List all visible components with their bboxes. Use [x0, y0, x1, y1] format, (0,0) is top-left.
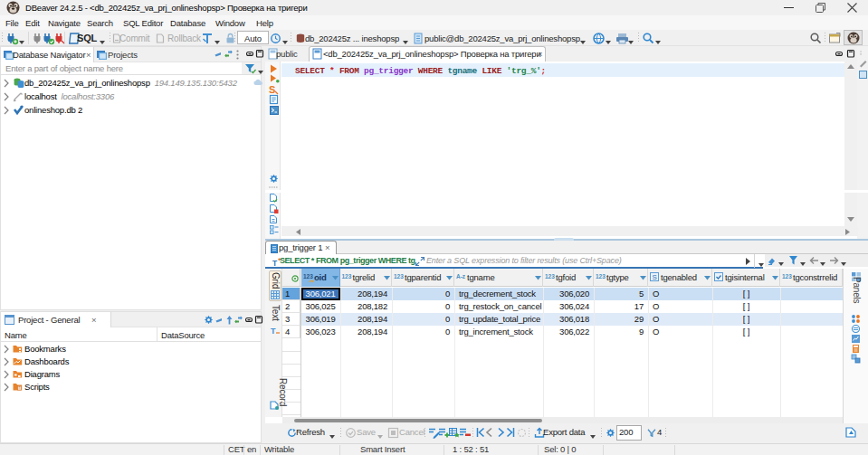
svg-text:S: S — [652, 273, 656, 281]
svg-text:T: T — [271, 327, 276, 336]
svg-text:S: S — [269, 84, 275, 95]
svg-text:T: T — [272, 259, 278, 268]
